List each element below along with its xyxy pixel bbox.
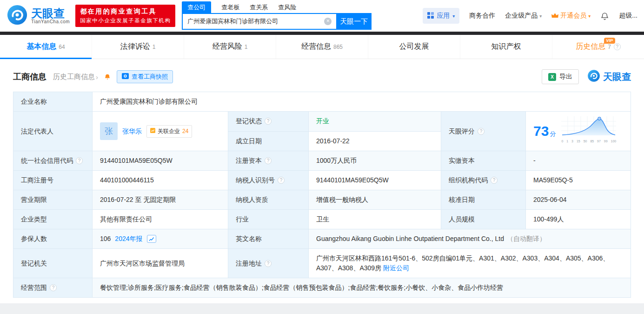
field-value-reg-capital: 1000万人民币 <box>309 151 441 171</box>
value-text: 卫生 <box>316 215 329 223</box>
tab-count: 1 <box>153 44 156 50</box>
tab-label: 经营信息 <box>301 42 331 52</box>
search-row: × 天眼一下 <box>182 13 372 30</box>
logo-domain: TianYanCha.com <box>31 19 70 24</box>
field-label-company-type: 企业类型 <box>13 210 93 229</box>
value-text: 100-499人 <box>533 215 564 223</box>
related-companies-count: 24 <box>182 127 188 136</box>
tab-intellectual-property[interactable]: 知识产权 <box>460 35 552 59</box>
label-text: 纳税人资质 <box>236 196 268 203</box>
insured-block: 106 2024年报 <box>100 234 220 244</box>
field-label-business-term: 营业期限 <box>13 190 93 210</box>
page-bottom-background <box>0 303 644 314</box>
search-tab-relation[interactable]: 查关系 <box>250 3 268 13</box>
field-value-insured-count: 106 2024年报 <box>93 229 228 249</box>
section-header-right: X 导出 天眼查 <box>542 69 631 84</box>
field-label-taxpayer-quality: 纳税人资质 <box>228 190 309 210</box>
export-button[interactable]: X 导出 <box>542 69 579 84</box>
tab-operating-info[interactable]: 经营信息 865 <box>276 35 368 59</box>
label-text: 天眼评分 <box>449 127 475 135</box>
help-icon[interactable]: ? <box>76 157 83 164</box>
tick: 85 <box>590 136 594 146</box>
nav-open-membership-label: 开通会员 <box>560 12 586 20</box>
page: 天眼查 TianYanCha.com 都在用的商业查询工具 国家中小企业发展子基… <box>0 0 644 314</box>
score-number: 73 <box>533 123 549 139</box>
camera-icon <box>122 73 129 80</box>
tab-count: 7 <box>608 44 611 50</box>
help-icon[interactable]: ? <box>491 177 498 184</box>
search-button[interactable]: 天眼一下 <box>336 13 372 30</box>
help-icon[interactable]: ? <box>265 118 272 125</box>
related-companies-badge[interactable]: 关联企业 24 <box>146 125 192 138</box>
chevron-down-icon: ▾ <box>539 13 542 19</box>
value-text: 1000万人民币 <box>316 157 357 164</box>
field-label-reg-address: 注册地址? <box>228 249 309 278</box>
label-text: 组织机构代码 <box>449 176 488 184</box>
notification-bell-icon[interactable] <box>600 12 609 20</box>
alert-bell-icon[interactable] <box>104 73 111 80</box>
search-input[interactable] <box>182 13 336 30</box>
trend-chart-icon[interactable] <box>147 235 156 243</box>
tab-history-info[interactable]: 历史信息 7 ? VIP <box>552 35 644 59</box>
tab-count: 1 <box>245 44 248 50</box>
legal-rep-name-link[interactable]: 张华乐 <box>122 127 142 136</box>
tab-legal-proceedings[interactable]: 法律诉讼 1 <box>92 35 184 59</box>
help-icon[interactable]: ? <box>278 177 285 184</box>
field-label-legal-rep: 法定代表人 <box>13 112 93 151</box>
section-title: 工商信息 <box>13 71 46 82</box>
nearby-companies-link[interactable]: 附近公司 <box>383 264 409 272</box>
legal-rep-avatar[interactable]: 张 <box>100 122 118 140</box>
chevron-right-icon[interactable]: › <box>96 73 98 81</box>
excel-icon: X <box>548 73 556 81</box>
value-text: 91440101MA59E05Q5W <box>316 176 389 184</box>
tab-operating-risk[interactable]: 经营风险 1 <box>184 35 276 59</box>
value-text: - <box>533 157 536 164</box>
field-label-score: 天眼评分? <box>441 112 526 151</box>
help-icon[interactable]: ? <box>614 43 621 50</box>
label-text: 注册地址 <box>236 260 262 267</box>
company-tabbar: 基本信息 64 法律诉讼 1 经营风险 1 经营信息 865 公司发展 知识产权… <box>0 35 644 59</box>
nav-business-cooperation[interactable]: 商务合作 <box>469 12 495 20</box>
label-text: 核准日期 <box>449 196 475 203</box>
search-tab-boss[interactable]: 查老板 <box>221 3 239 13</box>
app-menu-button[interactable]: 应用 ▾ <box>423 8 459 24</box>
field-label-reg-authority: 登记机关 <box>13 249 93 278</box>
value-text: 2025-06-04 <box>533 196 567 203</box>
search-tab-risk[interactable]: 查风险 <box>278 3 296 13</box>
annual-report-link[interactable]: 2024年报 <box>115 234 142 244</box>
label-text: 成立日期 <box>236 137 262 145</box>
nav-super-vip[interactable]: 超级... <box>619 12 637 20</box>
field-label-reg-number: 工商注册号 <box>13 171 93 190</box>
nav-enterprise-products[interactable]: 企业级产品 ▾ <box>505 12 542 20</box>
promo-line1: 都在用的商业查询工具 <box>80 7 171 16</box>
value-text: MA59E05Q-5 <box>533 176 573 184</box>
tab-basic-info[interactable]: 基本信息 64 <box>0 35 92 59</box>
label-text: 法定代表人 <box>21 127 53 135</box>
help-icon[interactable]: ? <box>50 284 57 291</box>
field-value-score: 73分 <box>526 112 631 151</box>
field-label-company-name: 企业名称 <box>13 92 93 112</box>
help-icon[interactable]: ? <box>478 128 485 135</box>
top-nav: 应用 ▾ 商务合作 企业级产品 ▾ 开通会员 ▾ <box>423 8 637 24</box>
field-value-credit-code: 91440101MA59E05Q5W <box>93 151 228 171</box>
field-label-taxpayer-id: 纳税人识别号? <box>228 171 309 190</box>
clear-icon[interactable]: × <box>324 18 332 25</box>
history-info-link[interactable]: 历史工商信息 <box>53 73 95 81</box>
insured-number: 106 <box>100 234 111 244</box>
help-icon[interactable]: ? <box>265 260 272 267</box>
watermark-logo-text: 天眼查 <box>603 71 631 83</box>
field-label-paid-capital: 实缴资本 <box>441 151 526 171</box>
tab-company-development[interactable]: 公司发展 <box>368 35 460 59</box>
label-text: 企业名称 <box>21 98 47 105</box>
tianyancha-logo[interactable]: 天眼查 TianYanCha.com <box>7 4 70 27</box>
field-label-business-scope: 经营范围? <box>13 278 93 298</box>
tab-label: 公司发展 <box>399 42 429 52</box>
app-menu-label: 应用 <box>437 12 450 20</box>
help-icon[interactable]: ? <box>265 157 272 164</box>
nav-open-membership[interactable]: 开通会员 ▾ <box>551 12 591 20</box>
snapshot-button[interactable]: 查看工商快照 <box>117 70 173 83</box>
search-tab-company[interactable]: 查公司 <box>182 1 211 13</box>
tick: 15 <box>577 136 580 146</box>
tick: 1 <box>566 136 568 146</box>
label-text: 经营范围 <box>21 284 47 291</box>
